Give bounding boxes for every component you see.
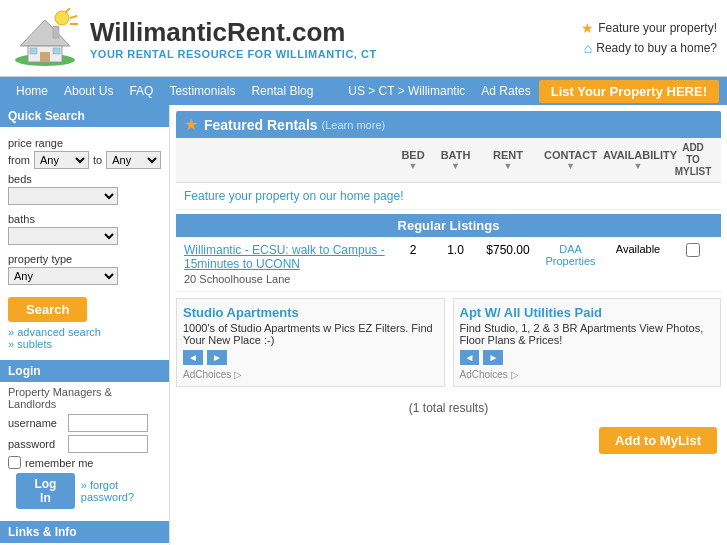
svg-line-1 bbox=[70, 16, 77, 18]
logo-area: WillimanticRent.com YOUR RENTAL RESOURCE… bbox=[10, 8, 581, 68]
site-title: WillimanticRent.com bbox=[90, 17, 377, 48]
logo-text: WillimanticRent.com YOUR RENTAL RESOURCE… bbox=[90, 17, 377, 60]
header-right: ★ Feature your property! ⌂ Ready to buy … bbox=[581, 20, 717, 56]
sidebar: Quick Search price range from Any $500 $… bbox=[0, 105, 170, 545]
featured-learn-more[interactable]: (Learn more) bbox=[322, 119, 386, 131]
listing-baths: 1.0 bbox=[433, 243, 478, 257]
regular-listings-header: Regular Listings bbox=[176, 214, 721, 237]
col-header-bath: BATH ▼ bbox=[433, 149, 478, 171]
main-content: Quick Search price range from Any $500 $… bbox=[0, 105, 727, 545]
password-input[interactable] bbox=[68, 435, 148, 453]
svg-rect-8 bbox=[30, 48, 37, 54]
svg-point-3 bbox=[55, 11, 69, 25]
buy-home-link[interactable]: ⌂ Ready to buy a home? bbox=[584, 40, 717, 56]
star-icon: ★ bbox=[581, 20, 594, 36]
to-label: to bbox=[93, 154, 102, 166]
ads-area: Studio Apartments 1000's of Studio Apart… bbox=[176, 292, 721, 393]
advanced-search-link[interactable]: advanced search bbox=[8, 326, 161, 338]
sidebar-links: advanced search sublets bbox=[8, 326, 161, 350]
nav-faq[interactable]: FAQ bbox=[121, 84, 161, 98]
ad-left-choices: AdChoices ▷ bbox=[183, 369, 438, 380]
baths-label: baths bbox=[8, 213, 161, 225]
property-type-select[interactable]: Any Apartment House Condo bbox=[8, 267, 118, 285]
header: WillimanticRent.com YOUR RENTAL RESOURCE… bbox=[0, 0, 727, 77]
username-label: username bbox=[8, 417, 68, 429]
nav-home[interactable]: Home bbox=[8, 84, 56, 98]
ad-left-next[interactable]: ► bbox=[207, 350, 227, 365]
login-button[interactable]: Log In bbox=[16, 473, 75, 509]
navigation: Home About Us FAQ Testimonials Rental Bl… bbox=[0, 77, 727, 105]
site-logo-icon bbox=[10, 8, 80, 68]
site-subtitle: YOUR RENTAL RESOURCE FOR WILLIMANTIC, CT bbox=[90, 48, 377, 60]
listing-add-checkbox[interactable] bbox=[673, 243, 713, 260]
baths-select[interactable]: 123+ bbox=[8, 227, 118, 245]
search-button[interactable]: Search bbox=[8, 297, 87, 322]
featured-rentals-bar: ★ Featured Rentals (Learn more) bbox=[176, 111, 721, 138]
nav-testimonials[interactable]: Testimonials bbox=[161, 84, 243, 98]
login-header: Login bbox=[0, 360, 169, 382]
quick-search-content: price range from Any $500 $750 $1000 to … bbox=[0, 127, 169, 356]
feature-property-text: Feature your property! bbox=[598, 21, 717, 35]
add-to-mylist-checkbox[interactable] bbox=[686, 243, 700, 257]
property-type-label: property type bbox=[8, 253, 161, 265]
ad-left-text: 1000's of Studio Apartments w Pics EZ Fi… bbox=[183, 322, 438, 346]
ad-right-title[interactable]: Apt W/ All Utilities Paid bbox=[460, 305, 715, 320]
links-info-header: Links & Info bbox=[0, 521, 169, 543]
listing-info: Willimantic - ECSU: walk to Campus - 15m… bbox=[184, 243, 393, 285]
buy-home-text: Ready to buy a home? bbox=[596, 41, 717, 55]
feature-property-link[interactable]: ★ Feature your property! bbox=[581, 20, 717, 36]
col-header-availability: AVAILABILITY ▼ bbox=[603, 149, 673, 171]
featured-promo: Feature your property on our home page! bbox=[176, 183, 721, 210]
forgot-password-link[interactable]: forgot password? bbox=[81, 479, 161, 503]
house-icon: ⌂ bbox=[584, 40, 592, 56]
listing-rent: $750.00 bbox=[478, 243, 538, 257]
listing-title-link[interactable]: Willimantic - ECSU: walk to Campus - 15m… bbox=[184, 243, 393, 271]
col-header-bed: BED ▼ bbox=[393, 149, 433, 171]
nav-blog[interactable]: Rental Blog bbox=[243, 84, 321, 98]
beds-select[interactable]: 1234+ bbox=[8, 187, 118, 205]
svg-rect-10 bbox=[53, 26, 59, 38]
price-from-select[interactable]: Any $500 $750 $1000 bbox=[34, 151, 89, 169]
quick-search-header: Quick Search bbox=[0, 105, 169, 127]
ad-left-prev[interactable]: ◄ bbox=[183, 350, 203, 365]
breadcrumb: US > CT > Willimantic bbox=[340, 84, 473, 98]
svg-rect-7 bbox=[40, 52, 50, 62]
ad-left-nav: ◄ ► bbox=[183, 350, 438, 365]
remember-label: remember me bbox=[25, 457, 93, 469]
price-to-select[interactable]: Any $750 $1000 $1500 bbox=[106, 151, 161, 169]
ad-block-right: Apt W/ All Utilities Paid Find Studio, 1… bbox=[453, 298, 722, 387]
add-mylist-area: Add to MyList bbox=[176, 423, 721, 458]
username-row: username bbox=[0, 414, 169, 432]
remember-row: remember me bbox=[0, 456, 169, 469]
add-to-mylist-button[interactable]: Add to MyList bbox=[599, 427, 717, 454]
col-header-contact: CONTACT ▼ bbox=[538, 149, 603, 171]
from-label: from bbox=[8, 154, 30, 166]
sublets-link[interactable]: sublets bbox=[8, 338, 161, 350]
price-range-row: from Any $500 $750 $1000 to Any $750 $10… bbox=[8, 151, 161, 169]
column-headers: BED ▼ BATH ▼ RENT ▼ CONTACT ▼ AVAILABILI… bbox=[176, 138, 721, 183]
ad-left-title[interactable]: Studio Apartments bbox=[183, 305, 438, 320]
listing-address: 20 Schoolhouse Lane bbox=[184, 273, 393, 285]
featured-star-icon: ★ bbox=[184, 115, 198, 134]
login-description: Property Managers & Landlords bbox=[0, 382, 169, 414]
nav-about[interactable]: About Us bbox=[56, 84, 121, 98]
ad-right-choices: AdChoices ▷ bbox=[460, 369, 715, 380]
ad-right-next[interactable]: ► bbox=[483, 350, 503, 365]
remember-checkbox[interactable] bbox=[8, 456, 21, 469]
list-property-button[interactable]: List Your Property HERE! bbox=[539, 80, 719, 103]
ad-right-nav: ◄ ► bbox=[460, 350, 715, 365]
listing-contact[interactable]: DAA Properties bbox=[538, 243, 603, 267]
col-header-rent: RENT ▼ bbox=[478, 149, 538, 171]
listing-availability: Available bbox=[603, 243, 673, 255]
table-row: Willimantic - ECSU: walk to Campus - 15m… bbox=[176, 237, 721, 292]
username-input[interactable] bbox=[68, 414, 148, 432]
beds-label: beds bbox=[8, 173, 161, 185]
main-content-area: ★ Featured Rentals (Learn more) BED ▼ BA… bbox=[170, 105, 727, 545]
ad-right-prev[interactable]: ◄ bbox=[460, 350, 480, 365]
ad-block-left: Studio Apartments 1000's of Studio Apart… bbox=[176, 298, 445, 387]
listing-beds: 2 bbox=[393, 243, 433, 257]
password-label: password bbox=[8, 438, 68, 450]
ad-rates-link[interactable]: Ad Rates bbox=[473, 84, 538, 98]
col-header-add: ADDTOMYLIST bbox=[673, 142, 713, 178]
price-range-label: price range bbox=[8, 137, 161, 149]
